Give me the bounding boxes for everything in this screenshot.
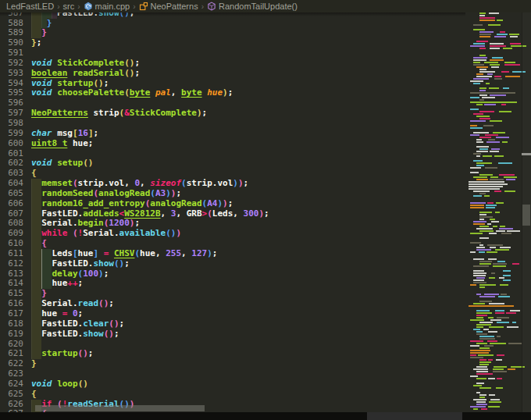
minimap-code-segment <box>494 78 502 80</box>
code-line[interactable]: 609while (!Serial.available()) <box>0 229 466 239</box>
minimap-code-segment <box>476 162 492 164</box>
minimap-code-segment <box>490 399 501 400</box>
bottom-scrollbar-segment[interactable] <box>367 412 462 420</box>
line-number[interactable]: 600 <box>0 139 23 149</box>
minimap-code-segment <box>481 408 487 410</box>
code-line[interactable]: 590}; <box>0 38 466 48</box>
minimap-code-segment <box>501 71 509 73</box>
code-line[interactable]: 588} <box>0 19 466 29</box>
minimap-code-segment <box>470 167 481 169</box>
line-number[interactable]: 619 <box>0 329 23 340</box>
code-line[interactable]: 621startup(); <box>0 349 466 359</box>
minimap-code-segment <box>484 62 498 63</box>
minimap[interactable] <box>466 8 522 412</box>
minimap-code-segment <box>500 247 511 248</box>
minimap-code-segment <box>489 87 499 89</box>
vertical-scrollbar[interactable] <box>522 0 531 420</box>
symbol-class-icon <box>139 2 148 11</box>
minimap-code-segment <box>470 284 476 286</box>
code-line[interactable]: 602void setup() <box>0 158 466 169</box>
minimap-code-segment <box>488 378 495 379</box>
minimap-code-segment <box>495 212 500 213</box>
minimap-code-segment <box>476 141 483 143</box>
minimap-code-segment <box>476 324 491 326</box>
overview-ruler-cursor-marker <box>522 153 531 155</box>
code-text: { <box>31 239 47 249</box>
minimap-code-segment <box>473 59 486 61</box>
code-line[interactable]: 624void loop() <box>0 379 466 390</box>
indent-rainbow-band <box>31 340 41 350</box>
code-line[interactable]: 622} <box>0 359 466 369</box>
minimap-code-segment <box>491 148 500 150</box>
line-number[interactable]: 598 <box>0 119 23 129</box>
minimap-code-segment <box>510 43 520 44</box>
line-number[interactable]: 605 <box>0 189 23 199</box>
minimap-code-segment <box>487 223 492 225</box>
minimap-code-segment <box>489 303 504 304</box>
minimap-code-segment <box>495 312 504 314</box>
minimap-code-segment <box>491 272 496 274</box>
code-line[interactable]: 600uint8_t hue; <box>0 139 466 149</box>
minimap-code-segment <box>497 322 510 323</box>
line-number[interactable]: 612 <box>0 259 23 269</box>
minimap-code-segment <box>479 347 490 349</box>
breadcrumb-item-project[interactable]: LedFastLED <box>6 2 54 11</box>
line-number[interactable]: 625 <box>0 390 23 400</box>
line-number[interactable]: 611 <box>0 249 23 259</box>
code-line[interactable]: 619FastLED.show(); <box>0 329 466 340</box>
line-number[interactable]: 591 <box>0 48 23 59</box>
line-number[interactable]: 617 <box>0 309 23 319</box>
line-number[interactable]: 599 <box>0 129 23 139</box>
breadcrumb-item-folder[interactable]: src <box>63 2 75 11</box>
breadcrumb-item-file[interactable]: main.cpp <box>84 2 130 11</box>
minimap-code-segment <box>502 141 508 143</box>
minimap-code-segment <box>489 12 500 14</box>
minimap-code-segment <box>499 111 511 112</box>
minimap-code-segment <box>490 151 498 152</box>
horizontal-scrollbar-thumb[interactable] <box>35 405 205 411</box>
code-line[interactable]: 595void choosePalette(byte pal, byte hue… <box>0 88 466 98</box>
breadcrumb-separator: › <box>77 2 80 11</box>
line-number[interactable]: 623 <box>0 369 23 379</box>
minimap-code-segment <box>503 48 512 49</box>
minimap-code-segment <box>470 376 478 377</box>
minimap-code-segment <box>476 326 483 328</box>
line-number[interactable]: 624 <box>0 379 23 390</box>
minimap-code-segment <box>470 205 484 206</box>
minimap-code-segment <box>479 230 494 232</box>
vertical-scrollbar-thumb[interactable] <box>522 205 530 226</box>
minimap-code-segment <box>473 195 482 197</box>
minimap-code-segment <box>473 62 480 63</box>
line-number[interactable]: 618 <box>0 319 23 329</box>
minimap-code-segment <box>470 80 483 82</box>
line-number[interactable]: 593 <box>0 69 23 79</box>
minimap-code-segment <box>484 294 499 295</box>
code-line[interactable]: 589} <box>0 28 466 38</box>
breadcrumb-item-class[interactable]: NeoPatterns <box>139 2 198 11</box>
minimap-code-segment <box>479 237 489 239</box>
minimap-code-segment <box>479 263 491 265</box>
line-number[interactable]: 592 <box>0 59 23 69</box>
minimap-code-segment <box>493 371 507 372</box>
minimap-code-segment <box>470 233 483 234</box>
minimap-code-segment <box>470 354 476 356</box>
minimap-code-segment <box>473 272 486 274</box>
code-line[interactable]: 614hue++; <box>0 279 466 289</box>
minimap-code-segment <box>490 120 502 122</box>
minimap-code-segment <box>485 167 497 169</box>
line-number[interactable]: 604 <box>0 179 23 189</box>
minimap-code-segment <box>469 188 500 190</box>
minimap-code-segment <box>479 69 486 70</box>
minimap-code-segment <box>497 20 503 21</box>
line-number[interactable]: 606 <box>0 199 23 209</box>
minimap-code-segment <box>473 64 484 66</box>
code-line[interactable]: 597NeoPatterns strip(&StickComplete); <box>0 109 466 119</box>
minimap-code-segment <box>479 87 486 89</box>
minimap-code-segment <box>490 176 497 178</box>
line-number[interactable]: 610 <box>0 239 23 249</box>
minimap-code-segment <box>476 401 486 403</box>
breadcrumb-item-method[interactable]: RandomTailUpdate() <box>207 2 298 11</box>
minimap-code-segment <box>470 125 477 126</box>
breadcrumb: LedFastLED › src › main.cpp › NeoPattern… <box>0 0 531 12</box>
minimap-code-segment <box>504 176 517 178</box>
